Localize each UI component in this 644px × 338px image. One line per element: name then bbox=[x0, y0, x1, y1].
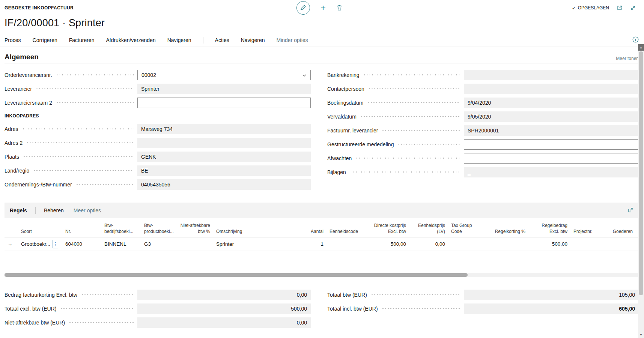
column-header-directe-kostprijs[interactable]: Directe kostprijs Excl. btw bbox=[370, 223, 409, 234]
collapse-window-button[interactable] bbox=[630, 3, 636, 12]
column-header-regelbedrag[interactable]: Regelbedrag Excl. btw bbox=[528, 223, 570, 234]
column-header-eenheidsprijs[interactable]: Eenheidsprijs (LV) bbox=[409, 223, 448, 234]
factuurnr-leverancier-field[interactable]: SPR2000001 bbox=[464, 125, 639, 136]
niet-aftrekbare-btw-field[interactable]: 0,00 bbox=[137, 317, 311, 328]
cell-btw-productboekingsgroep-link[interactable]: G3 bbox=[141, 241, 173, 248]
open-in-new-window-button[interactable] bbox=[617, 3, 623, 12]
menu-separator bbox=[203, 37, 203, 44]
totaal-incl-btw-field[interactable]: 605,00 bbox=[464, 303, 639, 314]
adres-2-field[interactable] bbox=[137, 138, 311, 148]
tab-meer-opties[interactable]: Meer opties bbox=[74, 207, 101, 213]
leveranciersnaam-2-input[interactable] bbox=[137, 98, 311, 108]
column-header-projectnr[interactable]: Projectnr. bbox=[570, 229, 603, 235]
dotted-leader bbox=[33, 170, 134, 171]
add-button[interactable]: + bbox=[320, 3, 326, 12]
horizontal-scrollbar-thumb[interactable] bbox=[5, 273, 468, 277]
dotted-leader bbox=[355, 158, 460, 159]
horizontal-scrollbar[interactable] bbox=[5, 273, 639, 277]
field-label: Plaats bbox=[5, 154, 19, 160]
vertical-scrollbar[interactable]: ▲ ▼ bbox=[638, 44, 644, 338]
field-row-totaal-incl-btw: Totaal incl. btw (EUR) 605,00 bbox=[327, 302, 639, 315]
delete-button[interactable] bbox=[336, 3, 343, 12]
info-button[interactable] bbox=[632, 36, 639, 44]
cell-soort[interactable]: Grootboekr... ⋮ bbox=[18, 240, 62, 248]
dotted-leader bbox=[363, 74, 460, 75]
menu-item-afdrukken-verzenden[interactable]: Afdrukken/verzenden bbox=[106, 37, 155, 43]
field-row-bijlagen: Bijlagen _ bbox=[327, 165, 639, 179]
cell-omschrijving[interactable]: Sprinter bbox=[213, 241, 303, 248]
field-label: Adres 2 bbox=[5, 140, 23, 146]
general-section: Algemeen Meer tonen Orderleveranciersnr.… bbox=[5, 53, 639, 191]
row-options-button[interactable]: ⋮ bbox=[53, 240, 58, 248]
bedrag-factuurkorting-field[interactable]: 0,00 bbox=[137, 290, 311, 300]
expand-lines-button[interactable] bbox=[627, 207, 633, 214]
bankrekening-field[interactable] bbox=[464, 70, 639, 80]
collapse-arrows-icon bbox=[630, 3, 636, 12]
column-header-niet-aftrekbare-btw[interactable]: Niet-aftrekbare btw % bbox=[173, 223, 213, 234]
saved-label: OPGESLAGEN bbox=[578, 5, 609, 11]
tab-beheren[interactable]: Beheren bbox=[44, 207, 64, 213]
menu-item-acties[interactable]: Acties bbox=[215, 37, 229, 43]
page-content: Algemeen Meer tonen Orderleveranciersnr.… bbox=[0, 47, 644, 329]
dotted-leader bbox=[76, 184, 134, 185]
menu-item-proces[interactable]: Proces bbox=[5, 37, 21, 43]
bijlagen-field[interactable]: _ bbox=[464, 167, 639, 177]
column-header-soort[interactable]: Soort bbox=[18, 229, 62, 235]
totals-left-column: Bedrag factuurkorting Excl. btw 0,00 Tot… bbox=[5, 288, 311, 329]
dotted-leader bbox=[26, 142, 134, 143]
table-row[interactable]: → Grootboekr... ⋮ 604000 BINNENL G3 Spri… bbox=[5, 237, 639, 251]
vervaldatum-field[interactable]: 9/05/2020 bbox=[464, 111, 639, 122]
leverancier-field[interactable]: Sprinter bbox=[137, 84, 311, 94]
btw-nummer-field[interactable]: 0405435056 bbox=[137, 179, 311, 190]
chevron-down-icon[interactable] bbox=[302, 72, 307, 78]
column-header-aantal[interactable]: Aantal bbox=[303, 229, 327, 235]
menu-item-navigeren[interactable]: Navigeren bbox=[167, 37, 191, 43]
menu-item-corrigeren[interactable]: Corrigeren bbox=[33, 37, 57, 43]
cell-regelbedrag[interactable]: 500,00 bbox=[528, 241, 570, 248]
scroll-down-arrow-icon[interactable]: ▼ bbox=[638, 332, 644, 338]
field-value: 105,00 bbox=[619, 292, 635, 298]
tab-regels[interactable]: Regels bbox=[10, 207, 27, 213]
cell-aantal[interactable]: 1 bbox=[303, 241, 327, 248]
plaats-field[interactable]: GENK bbox=[137, 152, 311, 162]
column-header-eenheidscode[interactable]: Eenheidscode bbox=[327, 229, 370, 235]
ellipsis-icon: ⋮ bbox=[53, 241, 58, 247]
menu-item-navigeren-2[interactable]: Navigeren bbox=[241, 37, 265, 43]
column-header-goederen[interactable]: Goederen bbox=[603, 229, 636, 235]
column-header-omschrijving[interactable]: Omschrijving bbox=[213, 229, 303, 235]
show-more-link[interactable]: Meer tonen bbox=[616, 56, 639, 61]
totaal-btw-field[interactable]: 105,00 bbox=[464, 290, 639, 300]
cell-directe-kostprijs[interactable]: 500,00 bbox=[370, 241, 409, 248]
orderleveranciersnr-combobox[interactable]: 00002 bbox=[137, 70, 311, 80]
gestructureerde-mededeling-input[interactable] bbox=[464, 139, 639, 150]
menu-item-minder-opties[interactable]: Minder opties bbox=[277, 37, 308, 43]
vertical-scrollbar-thumb[interactable] bbox=[639, 51, 643, 295]
action-menu-bar: Proces Corrigeren Factureren Afdrukken/v… bbox=[0, 33, 644, 47]
totaal-excl-btw-field[interactable]: 500,00 bbox=[137, 303, 311, 314]
column-header-nr[interactable]: Nr. bbox=[62, 229, 101, 235]
column-header-btw-bedrijfsboekingsgroep[interactable]: Btw- bedrijfsboeki... bbox=[101, 223, 141, 234]
land-regio-field[interactable]: BE bbox=[137, 165, 311, 176]
cell-btw-bedrijfsboekingsgroep-link[interactable]: BINNENL bbox=[101, 241, 141, 248]
plus-icon: + bbox=[320, 3, 326, 12]
cell-nr-link[interactable]: 604000 bbox=[62, 241, 101, 248]
column-header-tax-group-code[interactable]: Tax Group Code bbox=[448, 223, 483, 234]
boekingsdatum-field[interactable]: 9/04/2020 bbox=[464, 98, 639, 108]
dotted-leader bbox=[81, 294, 134, 295]
general-left-column: Orderleveranciersnr. 00002 Leverancier bbox=[5, 68, 311, 191]
adres-field[interactable]: Marsweg 734 bbox=[137, 124, 311, 134]
menu-item-factureren[interactable]: Factureren bbox=[69, 37, 95, 43]
top-bar: GEBOEKTE INKOOPFACTUUR + ✓ OPGESLAGEN bbox=[0, 0, 644, 16]
scroll-up-arrow-icon[interactable]: ▲ bbox=[638, 44, 644, 51]
field-row-plaats: Plaats GENK bbox=[5, 150, 311, 164]
contactpersoon-field[interactable] bbox=[464, 84, 639, 94]
dotted-leader bbox=[382, 308, 460, 309]
field-value: 9/05/2020 bbox=[468, 114, 491, 120]
field-row-totaal-btw: Totaal btw (EUR) 105,00 bbox=[327, 288, 639, 302]
column-header-btw-productboekingsgroep[interactable]: Btw- productboeki... bbox=[141, 223, 173, 234]
afwachten-input[interactable] bbox=[464, 153, 639, 164]
edit-button[interactable] bbox=[296, 1, 310, 15]
cell-eenheidsprijs[interactable]: 0,00 bbox=[409, 241, 448, 248]
field-label: Totaal btw (EUR) bbox=[327, 292, 367, 298]
column-header-regelkorting[interactable]: Regelkorting % bbox=[483, 229, 528, 235]
